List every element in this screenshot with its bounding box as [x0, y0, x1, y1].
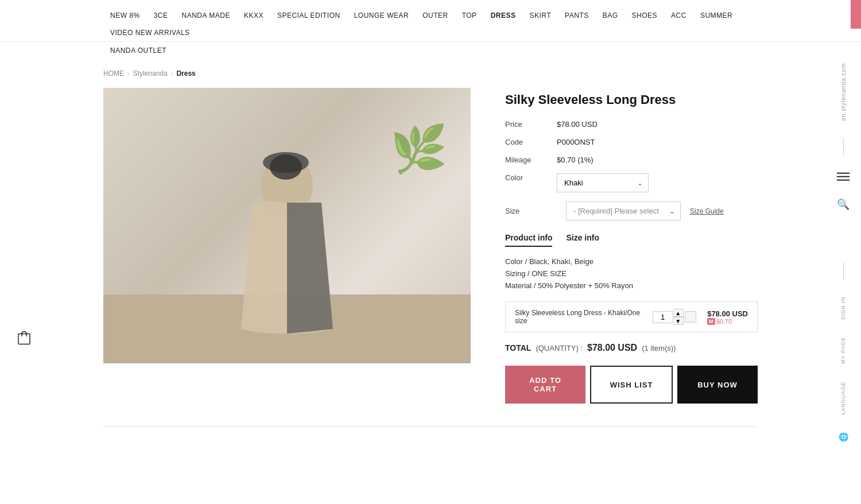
mileage-badge: M: [707, 318, 715, 325]
nav-item-nanda-outlet[interactable]: NANDA OUTLET: [103, 42, 173, 59]
nav-item-top[interactable]: TOP: [455, 7, 484, 24]
qty-btn-group: ▲ ▼: [673, 309, 684, 325]
order-item-price-block: $78.00 USD M $0.70: [707, 309, 748, 325]
nav-item-pants[interactable]: PANTS: [558, 7, 596, 24]
product-image: [103, 88, 471, 363]
code-row: Code P000ONST: [505, 138, 758, 146]
breadcrumb-current: Dress: [176, 69, 195, 77]
quantity-input[interactable]: [653, 311, 673, 323]
color-label: Color: [505, 173, 557, 182]
code-value: P000ONST: [557, 138, 595, 146]
qty-increase-button[interactable]: ▲: [673, 309, 684, 317]
nav-item-nanda-made[interactable]: NANDA MADE: [175, 7, 237, 24]
size-guide-button[interactable]: Size Guide: [690, 207, 724, 215]
nav-item-outer[interactable]: OUTER: [416, 7, 455, 24]
mileage-label: Mileage: [505, 156, 557, 164]
tab-size-info[interactable]: Size info: [566, 230, 599, 247]
search-icon[interactable]: 🔍: [837, 198, 850, 211]
wish-list-button[interactable]: WISH LIST: [590, 366, 673, 404]
buy-now-button[interactable]: BUY NOW: [677, 366, 758, 404]
nav-item-kkxx[interactable]: KKXX: [237, 7, 270, 24]
size-label: Size: [505, 207, 557, 215]
total-price: $78.00 USD: [587, 343, 637, 353]
svg-rect-0: [18, 334, 30, 344]
color-select-wrapper: BlackKhakiBeige ⌄: [557, 173, 649, 192]
globe-icon[interactable]: 🌐: [839, 432, 848, 441]
footer-divider: [103, 427, 758, 427]
nav-item-special-edition[interactable]: SPECIAL EDITION: [270, 7, 347, 24]
my-page-label[interactable]: MY PAGE: [840, 337, 846, 364]
price-row: Price $78.00 USD: [505, 120, 758, 129]
sidebar-left: [17, 157, 31, 347]
breadcrumb: HOME › Stylenanda › Dress: [0, 59, 861, 88]
product-image-container: [103, 88, 471, 404]
code-label: Code: [505, 138, 557, 146]
quantity-control: ▲ ▼: [653, 309, 696, 325]
product-title: Silky Sleeveless Long Dress: [505, 92, 758, 107]
nav-item-3ce[interactable]: 3CE: [147, 7, 175, 24]
nav-item-lounge-wear[interactable]: LOUNGE WEAR: [347, 7, 416, 24]
main-content: Silky Sleeveless Long Dress Price $78.00…: [0, 88, 861, 404]
size-select-wrapper: - [Required] Please select opt ⌄: [566, 201, 681, 220]
sign-in-label[interactable]: SIGN IN: [840, 297, 846, 320]
nav-item-dress[interactable]: DRESS: [484, 7, 523, 24]
info-sizing: Sizing / ONE SIZE: [505, 269, 758, 278]
product-details: Silky Sleeveless Long Dress Price $78.00…: [505, 88, 758, 404]
total-label: TOTAL: [505, 343, 531, 352]
nav-item-acc[interactable]: ACC: [664, 7, 693, 24]
cart-icon[interactable]: [17, 329, 31, 347]
total-row: TOTAL (QUANTITY) : $78.00 USD (1 item(s)…: [505, 343, 758, 353]
add-to-cart-button[interactable]: ADD TO CART: [505, 366, 585, 404]
price-value: $78.00 USD: [557, 120, 598, 129]
sidebar-right: en.stylenanda.com 🔍 SIGN IN MY PAGE LANG…: [837, 63, 850, 441]
color-row: Color BlackKhakiBeige ⌄: [505, 173, 758, 192]
breadcrumb-home[interactable]: HOME: [103, 69, 124, 77]
nav-item-bag[interactable]: BAG: [596, 7, 625, 24]
order-item-price: $78.00 USD: [707, 309, 748, 318]
nav-item-summer[interactable]: SUMMER: [693, 7, 739, 24]
action-buttons: ADD TO CART WISH LIST BUY NOW: [505, 366, 758, 404]
delete-row-icon[interactable]: [685, 311, 696, 323]
order-item-mileage: M $0.70: [707, 318, 748, 325]
nav-item-skirt[interactable]: SKIRT: [522, 7, 558, 24]
product-info-section: Color / Black, Khaki, Beige Sizing / ONE…: [505, 257, 758, 290]
svg-point-4: [270, 154, 302, 180]
order-summary-row: Silky Sleeveless Long Dress - Khaki/One …: [505, 301, 758, 332]
size-select[interactable]: - [Required] Please select opt: [566, 201, 681, 220]
order-item-mileage-value: $0.70: [716, 318, 732, 325]
qty-decrease-button[interactable]: ▼: [673, 317, 684, 325]
info-color: Color / Black, Khaki, Beige: [505, 257, 758, 266]
total-items: (1 item(s)): [642, 344, 676, 352]
pink-accent: [851, 0, 861, 29]
mileage-row: Mileage $0.70 (1%): [505, 156, 758, 164]
price-label: Price: [505, 120, 557, 129]
breadcrumb-sep2: ›: [171, 70, 173, 77]
breadcrumb-stylenanda[interactable]: Stylenanda: [133, 69, 168, 77]
mileage-value: $0.70 (1%): [557, 156, 594, 164]
info-material: Material / 50% Polyester + 50% Rayon: [505, 281, 758, 290]
nav-item-video-new-arrivals[interactable]: VIDEO NEW ARRIVALS: [103, 24, 197, 41]
product-tabs: Product infoSize info: [505, 230, 758, 247]
hamburger-menu-icon[interactable]: [837, 173, 850, 181]
top-nav: NEW 8%3CENANDA MADEKKXXSPECIAL EDITIONLO…: [0, 0, 861, 59]
nav-item-new-8%[interactable]: NEW 8%: [103, 7, 147, 24]
breadcrumb-sep1: ›: [127, 70, 130, 77]
tab-product-info[interactable]: Product info: [505, 230, 552, 247]
order-item-name: Silky Sleeveless Long Dress - Khaki/One …: [515, 309, 641, 325]
nav-item-shoes[interactable]: SHOES: [625, 7, 665, 24]
language-label[interactable]: LANGUAGE: [840, 381, 846, 414]
total-qty-label: (QUANTITY) :: [536, 344, 583, 352]
size-row: Size - [Required] Please select opt ⌄ Si…: [505, 201, 758, 220]
color-select[interactable]: BlackKhakiBeige: [557, 173, 649, 192]
site-label: en.stylenanda.com: [840, 63, 847, 121]
